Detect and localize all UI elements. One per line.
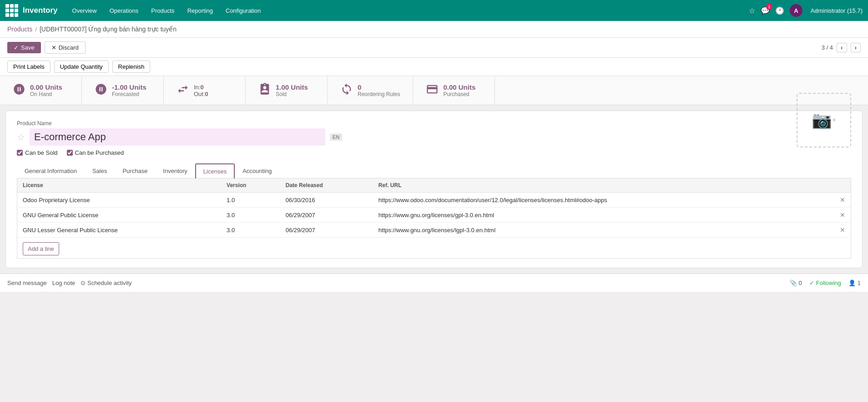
product-image-area[interactable]: 📷+ bbox=[797, 120, 851, 148]
purchased-icon bbox=[426, 83, 439, 98]
on-hand-icon bbox=[13, 83, 25, 98]
pager-text: 3 / 4 bbox=[822, 44, 833, 51]
reorder-label: Reordering Rules bbox=[358, 91, 400, 97]
product-name-row: ☆ EN bbox=[17, 128, 787, 146]
on-hand-button[interactable]: 0.00 Units On Hand bbox=[0, 76, 82, 105]
forecasted-icon bbox=[95, 83, 107, 98]
license-name[interactable]: Odoo Proprietary License bbox=[17, 193, 221, 208]
can-be-sold-checkbox[interactable]: Can be Sold bbox=[17, 149, 58, 156]
product-image-placeholder[interactable]: 📷+ bbox=[797, 93, 851, 148]
tab-accounting[interactable]: Accounting bbox=[235, 163, 279, 178]
user-name[interactable]: Administrator (15.7) bbox=[811, 7, 863, 14]
pager-prev[interactable]: ‹ bbox=[837, 43, 847, 52]
messages-badge: 1 bbox=[766, 4, 772, 10]
clock-icon[interactable]: 🕐 bbox=[775, 6, 784, 15]
product-name-input[interactable] bbox=[30, 128, 325, 146]
on-hand-value: 0.00 Units bbox=[30, 83, 62, 91]
tab-sales[interactable]: Sales bbox=[85, 163, 115, 178]
license-name[interactable]: GNU General Public License bbox=[17, 208, 221, 223]
license-url[interactable]: https://www.odoo.com/documentation/user/… bbox=[373, 193, 834, 208]
table-row: GNU General Public License 3.0 06/29/200… bbox=[17, 208, 851, 223]
reorder-value: 0 bbox=[358, 83, 400, 91]
delete-row-3-button[interactable]: ✕ bbox=[840, 226, 845, 234]
log-note-button[interactable]: Log note bbox=[52, 280, 76, 286]
sold-value: 1.00 Units bbox=[276, 83, 308, 91]
in-out-button[interactable]: In:0 Out:0 bbox=[164, 76, 246, 105]
pager-next[interactable]: › bbox=[851, 43, 861, 52]
sold-icon bbox=[258, 83, 271, 98]
can-be-purchased-label: Can be Purchased bbox=[75, 149, 124, 156]
tab-purchase[interactable]: Purchase bbox=[115, 163, 155, 178]
delete-row-1-button[interactable]: ✕ bbox=[840, 196, 845, 204]
license-url[interactable]: https://www.gnu.org/licenses/lgpl-3.0.en… bbox=[373, 223, 834, 238]
chatter-footer: Send message Log note ⊙ Schedule activit… bbox=[0, 274, 868, 292]
delete-row-2-button[interactable]: ✕ bbox=[840, 211, 845, 219]
x-icon: ✕ bbox=[51, 44, 56, 51]
on-hand-label: On Hand bbox=[30, 91, 62, 97]
messages-icon[interactable]: 💬 1 bbox=[761, 6, 770, 15]
purchased-label: Purchased bbox=[443, 91, 475, 97]
can-be-purchased-checkbox[interactable]: Can be Purchased bbox=[67, 149, 124, 156]
discard-button[interactable]: ✕ Discard bbox=[45, 41, 86, 54]
attachments-button[interactable]: 📎 0 bbox=[790, 280, 802, 286]
language-badge[interactable]: EN bbox=[330, 133, 342, 141]
send-message-button[interactable]: Send message bbox=[7, 280, 47, 286]
forecasted-label: Forecasted bbox=[112, 91, 146, 97]
col-date-released: Date Released bbox=[280, 178, 373, 193]
nav-operations[interactable]: Operations bbox=[104, 0, 144, 21]
pager: 3 / 4 ‹ › bbox=[822, 43, 861, 52]
transfer-icon bbox=[177, 83, 189, 98]
apps-grid-icon[interactable] bbox=[5, 4, 18, 17]
sold-button[interactable]: 1.00 Units Sold bbox=[246, 76, 328, 105]
license-url[interactable]: https://www.gnu.org/licenses/gpl-3.0.en.… bbox=[373, 208, 834, 223]
update-quantity-button[interactable]: Update Quantity bbox=[54, 61, 109, 73]
breadcrumb: Products / [UDBHTT00007] Ứng dụng bán hà… bbox=[0, 21, 868, 38]
main-form: 📷+ Product Name ☆ EN Can be Sold Can be … bbox=[5, 111, 863, 268]
license-date[interactable]: 06/30/2016 bbox=[280, 193, 373, 208]
followers-count[interactable]: 👤 1 bbox=[848, 280, 861, 286]
nav-products[interactable]: Products bbox=[146, 0, 180, 21]
save-button[interactable]: ✓ Save bbox=[7, 42, 41, 53]
print-labels-button[interactable]: Print Labels bbox=[7, 61, 50, 73]
top-navigation: Inventory Overview Operations Products R… bbox=[0, 0, 868, 21]
user-avatar[interactable]: A bbox=[790, 4, 802, 17]
nav-reporting[interactable]: Reporting bbox=[182, 0, 218, 21]
breadcrumb-separator: / bbox=[35, 26, 37, 33]
reorder-button[interactable]: 0 Reordering Rules bbox=[328, 76, 413, 105]
footer-right: 📎 0 ✓ Following 👤 1 bbox=[790, 280, 861, 286]
license-date[interactable]: 06/29/2007 bbox=[280, 208, 373, 223]
tab-general-information[interactable]: General Information bbox=[17, 163, 85, 178]
license-version[interactable]: 3.0 bbox=[221, 223, 280, 238]
license-version[interactable]: 1.0 bbox=[221, 193, 280, 208]
reorder-icon bbox=[340, 83, 353, 98]
camera-icon: 📷+ bbox=[812, 111, 836, 130]
checkmark-icon: ✓ bbox=[809, 280, 814, 286]
license-name[interactable]: GNU Lesser General Public License bbox=[17, 223, 221, 238]
license-version[interactable]: 3.0 bbox=[221, 208, 280, 223]
tab-licenses[interactable]: Licenses bbox=[195, 163, 235, 178]
nav-overview[interactable]: Overview bbox=[67, 0, 102, 21]
following-button[interactable]: ✓ Following bbox=[809, 280, 841, 286]
forecasted-value: -1.00 Units bbox=[112, 83, 146, 91]
col-version: Version bbox=[221, 178, 280, 193]
forecasted-button[interactable]: -1.00 Units Forecasted bbox=[82, 76, 164, 105]
can-be-sold-input[interactable] bbox=[17, 150, 23, 156]
clock-small-icon: ⊙ bbox=[81, 280, 87, 286]
breadcrumb-parent[interactable]: Products bbox=[7, 25, 32, 33]
add-line-row: Add a line bbox=[17, 238, 851, 259]
breadcrumb-current: [UDBHTT00007] Ứng dụng bán hàng trực tuy… bbox=[40, 25, 177, 33]
favorite-star-icon[interactable]: ☆ bbox=[17, 132, 25, 142]
nav-configuration[interactable]: Configuration bbox=[220, 0, 266, 21]
license-date[interactable]: 06/29/2007 bbox=[280, 223, 373, 238]
product-name-label: Product Name bbox=[17, 120, 851, 127]
sold-label: Sold bbox=[276, 91, 308, 97]
tab-inventory[interactable]: Inventory bbox=[155, 163, 195, 178]
replenish-button[interactable]: Replenish bbox=[112, 61, 151, 73]
purchased-button[interactable]: 0.00 Units Purchased bbox=[413, 76, 495, 105]
add-line-button[interactable]: Add a line bbox=[23, 242, 59, 255]
notification-icon[interactable]: ☆ bbox=[749, 6, 755, 15]
schedule-activity-button[interactable]: ⊙ Schedule activity bbox=[81, 280, 131, 286]
licenses-table: License Version Date Released Ref. URL O… bbox=[17, 178, 851, 258]
smart-buttons-bar: 0.00 Units On Hand -1.00 Units Forecaste… bbox=[0, 76, 868, 105]
can-be-purchased-input[interactable] bbox=[67, 150, 73, 156]
